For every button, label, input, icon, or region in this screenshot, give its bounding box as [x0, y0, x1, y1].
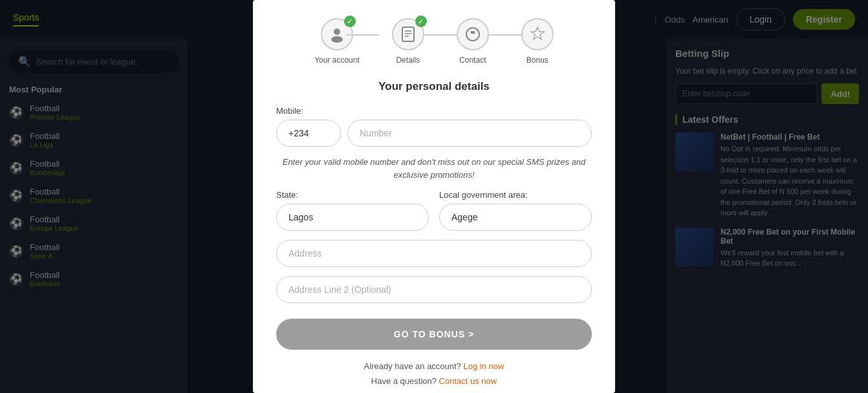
mobile-label: Mobile: [276, 106, 592, 116]
svg-point-0 [334, 28, 340, 35]
step-bonus-circle [521, 18, 554, 50]
footer-account-text: Already have an account? [364, 361, 461, 371]
lga-label: Local government area: [439, 190, 592, 200]
svg-point-6 [466, 28, 479, 41]
mobile-number-input[interactable] [347, 120, 592, 147]
modal-footer: Already have an account? Log in now Have… [276, 359, 592, 389]
step-contact-circle [457, 18, 489, 50]
details-icon [399, 25, 417, 43]
step-contact-label: Contact [459, 56, 486, 65]
stepper-line-3 [489, 34, 521, 36]
registration-stepper: ✓ Your account ✓ [276, 18, 592, 65]
lga-group: Local government area: [439, 190, 592, 231]
footer-login-link[interactable]: Log in now [464, 361, 505, 371]
mobile-prefix-input[interactable] [276, 120, 341, 147]
step-contact-icon-wrap [457, 18, 489, 50]
svg-point-1 [331, 36, 343, 43]
modal-title: Your personal details [276, 80, 592, 93]
address2-group [276, 276, 592, 303]
step-details: ✓ Details [392, 18, 424, 65]
mobile-row [276, 120, 592, 147]
footer-question-text: Have a question? [371, 376, 437, 386]
footer-contact-link[interactable]: Contact us now [439, 376, 497, 386]
stepper-line-2 [424, 34, 457, 36]
step-contact: Contact [457, 18, 489, 65]
address-group [276, 240, 592, 267]
stepper-line-1 [347, 34, 379, 36]
registration-modal: ✓ Your account ✓ [253, 0, 615, 393]
state-label: State: [276, 190, 429, 200]
address-input[interactable] [276, 240, 592, 267]
step-account-label: Your account [314, 56, 360, 65]
step-account-check: ✓ [344, 16, 356, 27]
step-bonus: Bonus [521, 18, 554, 65]
svg-rect-2 [402, 27, 414, 41]
lga-input[interactable] [439, 204, 592, 231]
step-details-label: Details [396, 56, 420, 65]
step-account: ✓ Your account [314, 18, 360, 65]
address2-input[interactable] [276, 276, 592, 303]
bonus-icon [528, 25, 547, 43]
step-details-check: ✓ [415, 16, 427, 27]
svg-marker-7 [531, 27, 544, 39]
account-icon [328, 25, 346, 43]
step-details-icon-wrap: ✓ [392, 18, 424, 50]
state-group: State: [276, 190, 429, 231]
go-to-bonus-button[interactable]: GO TO BONUS > [276, 319, 592, 350]
state-lga-row: State: Local government area: [276, 190, 592, 231]
mobile-hint: Enter your valid mobile number and don't… [276, 156, 592, 181]
state-input[interactable] [276, 204, 429, 231]
modal-overlay: ✓ Your account ✓ [0, 0, 868, 393]
step-bonus-label: Bonus [526, 56, 548, 65]
contact-icon [464, 25, 482, 43]
mobile-group: Mobile: [276, 106, 592, 147]
step-bonus-icon-wrap [521, 18, 554, 50]
